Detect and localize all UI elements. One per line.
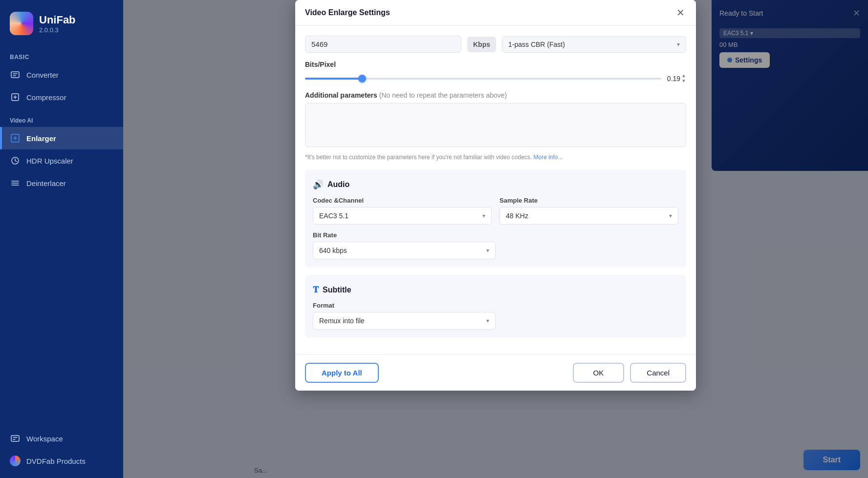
modal-overlay: Video Enlarge Settings ✕ Kbps 1-pass CBR…	[123, 0, 868, 478]
enlarger-icon	[10, 133, 21, 144]
audio-section-label: Audio	[327, 180, 349, 189]
compressor-label: Compressor	[26, 93, 66, 102]
ok-button[interactable]: OK	[573, 363, 625, 383]
sidebar-item-workspace[interactable]: Workspace	[0, 427, 123, 450]
deinterlacer-label: Deinterlacer	[26, 179, 66, 187]
sidebar-item-hdr-upscaler[interactable]: HDR Upscaler	[0, 149, 123, 172]
pass-dropdown-icon: ▾	[677, 41, 680, 48]
sidebar-item-enlarger[interactable]: Enlarger	[0, 127, 123, 149]
converter-icon	[10, 69, 21, 80]
dialog-footer: Apply to All OK Cancel	[295, 354, 696, 391]
converter-label: Converter	[26, 71, 59, 79]
bit-rate-select[interactable]: 640 kbps ▾	[313, 242, 496, 259]
settings-dialog: Video Enlarge Settings ✕ Kbps 1-pass CBR…	[295, 0, 696, 391]
sample-rate-dropdown-icon: ▾	[669, 212, 672, 219]
subtitle-icon: 𝐓	[313, 285, 319, 295]
app-version: 2.0.0.3	[39, 26, 76, 34]
svg-rect-0	[11, 72, 19, 78]
dialog-header: Video Enlarge Settings ✕	[295, 0, 696, 26]
cancel-button[interactable]: Cancel	[630, 363, 686, 383]
sidebar-item-dvdfab[interactable]: DVDFab Products	[0, 450, 123, 472]
audio-icon: 🔊	[313, 179, 324, 190]
kbps-badge: Kbps	[467, 37, 496, 52]
additional-hint: (No need to repeat the parameters above)	[379, 91, 507, 99]
subtitle-format-select[interactable]: Remux into file ▾	[313, 312, 496, 330]
slider-down-arrow[interactable]: ▼	[681, 79, 686, 83]
codec-dropdown-icon: ▾	[482, 212, 485, 219]
active-indicator	[0, 127, 2, 149]
warning-text: *It's better not to customize the parame…	[305, 154, 686, 161]
apply-all-button[interactable]: Apply to All	[305, 363, 379, 383]
slider-track	[305, 78, 661, 80]
logo-icon	[10, 12, 33, 35]
bitrate-input[interactable]	[305, 36, 461, 53]
codec-channel-label: Codec &Channel	[313, 197, 492, 204]
subtitle-format-value: Remux into file	[319, 317, 365, 325]
sidebar-item-converter[interactable]: Converter	[0, 63, 123, 86]
sample-rate-value: 48 KHz	[506, 212, 528, 220]
sidebar-item-compressor[interactable]: Compressor	[0, 86, 123, 108]
subtitle-format-label: Format	[313, 302, 678, 309]
slider-value: 0.19 ▲ ▼	[667, 73, 686, 83]
sample-rate-label: Sample Rate	[499, 197, 678, 204]
subtitle-format-dropdown-icon: ▾	[486, 317, 489, 324]
subtitle-format-group: Format Remux into file ▾	[313, 302, 678, 330]
audio-section-header: 🔊 Audio	[313, 179, 678, 190]
subtitle-section: 𝐓 Subtitle Format Remux into file ▾	[305, 275, 686, 337]
bitrate-row: Kbps 1-pass CBR (Fast) ▾	[305, 36, 686, 53]
slider-arrows[interactable]: ▲ ▼	[681, 73, 686, 83]
sidebar: UniFab 2.0.0.3 Basic Converter Compresso…	[0, 0, 123, 478]
video-ai-section-label: Video AI	[0, 108, 123, 127]
hdr-upscaler-label: HDR Upscaler	[26, 157, 73, 165]
dvdfab-icon	[10, 456, 21, 466]
main-area: ≡ ─ □ ✕ Ready to Start ✕ EAC3 5.1 ▾ 00 M…	[123, 0, 868, 478]
bit-rate-dropdown-icon: ▾	[486, 247, 489, 254]
more-info-link[interactable]: More info...	[533, 154, 563, 161]
bits-pixel-slider-row: 0.19 ▲ ▼	[305, 73, 686, 83]
dialog-close-button[interactable]: ✕	[674, 7, 686, 19]
audio-section: 🔊 Audio Codec &Channel EAC3 5.1 ▾ Sa	[305, 169, 686, 267]
subtitle-section-header: 𝐓 Subtitle	[313, 285, 678, 295]
pass-select[interactable]: 1-pass CBR (Fast) ▾	[502, 36, 686, 53]
subtitle-section-label: Subtitle	[323, 286, 351, 294]
audio-grid: Codec &Channel EAC3 5.1 ▾ Sample Rate 48…	[313, 197, 678, 225]
app-logo: UniFab 2.0.0.3	[0, 0, 123, 45]
workspace-icon	[10, 433, 21, 444]
slider-fill	[305, 78, 362, 80]
workspace-label: Workspace	[26, 435, 63, 443]
compressor-icon	[10, 92, 21, 103]
basic-section-label: Basic	[0, 45, 123, 63]
bit-rate-value: 640 kbps	[319, 247, 347, 254]
hdr-upscaler-icon	[10, 155, 21, 166]
codec-value: EAC3 5.1	[319, 212, 348, 220]
footer-right-buttons: OK Cancel	[573, 363, 686, 383]
slider-thumb[interactable]	[358, 75, 366, 83]
slider-up-arrow[interactable]: ▲	[681, 73, 686, 78]
dvdfab-label: DVDFab Products	[26, 457, 86, 465]
sidebar-item-deinterlacer[interactable]: Deinterlacer	[0, 172, 123, 194]
deinterlacer-icon	[10, 178, 21, 188]
bit-rate-group: Bit Rate 640 kbps ▾	[313, 231, 678, 259]
app-name: UniFab	[39, 14, 76, 26]
sample-rate-select[interactable]: 48 KHz ▾	[499, 207, 678, 225]
bits-pixel-label: Bits/Pixel	[305, 61, 686, 68]
bits-pixel-value: 0.19	[667, 75, 680, 83]
bits-pixel-slider[interactable]	[305, 74, 661, 83]
pass-label: 1-pass CBR (Fast)	[508, 41, 565, 48]
additional-params-input[interactable]	[305, 103, 686, 147]
sample-rate-group: Sample Rate 48 KHz ▾	[499, 197, 678, 225]
enlarger-label: Enlarger	[26, 134, 56, 143]
codec-channel-select[interactable]: EAC3 5.1 ▾	[313, 207, 492, 225]
bit-rate-label: Bit Rate	[313, 231, 678, 239]
svg-rect-4	[11, 436, 19, 441]
dialog-body: Kbps 1-pass CBR (Fast) ▾ Bits/Pixel	[295, 26, 696, 354]
codec-channel-group: Codec &Channel EAC3 5.1 ▾	[313, 197, 492, 225]
dialog-title: Video Enlarge Settings	[305, 8, 390, 17]
additional-params-label: Additional parameters (No need to repeat…	[305, 91, 686, 99]
